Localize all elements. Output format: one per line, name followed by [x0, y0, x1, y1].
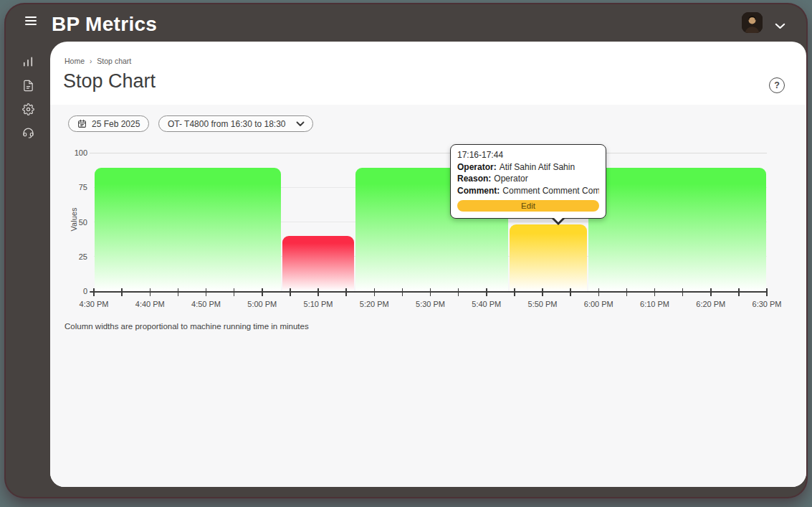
y-tick-label: 75 [50, 183, 87, 191]
chart-bar-stopped[interactable] [282, 236, 354, 291]
tooltip-comment-row: Comment:Comment Comment Comme... [457, 185, 599, 197]
y-tick-label: 25 [50, 252, 87, 261]
date-picker[interactable]: 25 Feb 2025 [68, 115, 149, 132]
user-menu-chevron[interactable] [775, 21, 785, 32]
chevron-down-icon [296, 121, 305, 127]
tooltip-operator-row: Operator:Atif Sahin Atif Sahin [457, 161, 599, 174]
breadcrumb: Home › Stop chart [65, 57, 131, 65]
tooltip-reason-row: Reason:Operator [457, 173, 599, 185]
sidebar-item-metrics[interactable] [20, 55, 36, 68]
x-axis-tick [402, 288, 403, 296]
avatar-image [742, 12, 763, 33]
x-axis-tick [178, 288, 179, 296]
chart-bar-operator-stop[interactable] [510, 224, 587, 291]
help-button[interactable]: ? [769, 77, 785, 93]
x-axis-tick [570, 288, 571, 296]
tooltip-arrow [551, 218, 565, 225]
x-axis-tick [93, 288, 95, 296]
x-axis-tick [317, 288, 319, 296]
x-tick-label: 4:40 PM [135, 300, 165, 308]
x-tick-label: 5:50 PM [528, 300, 558, 308]
x-axis-tick [206, 288, 207, 296]
breadcrumb-separator-icon: › [90, 57, 92, 65]
chart-plot [94, 153, 767, 291]
x-axis-tick [598, 288, 600, 296]
app-title: BP Metrics [52, 13, 157, 36]
x-axis-tick [290, 288, 291, 296]
x-axis-tick [121, 288, 123, 296]
chart-bar-running[interactable] [95, 168, 281, 291]
x-axis-tick [458, 288, 459, 296]
machine-select[interactable]: OT- T4800 from 16:30 to 18:30 [158, 115, 313, 132]
x-tick-label: 6:30 PM [753, 300, 782, 308]
x-tick-label: 5:10 PM [304, 300, 333, 308]
tooltip-time-range: 17:16-17:44 [457, 149, 599, 161]
x-tick-label: 5:20 PM [360, 300, 389, 308]
chart-footnote: Column widths are proportional to machin… [65, 322, 309, 331]
sidebar-item-settings[interactable] [20, 103, 36, 115]
gear-icon [22, 103, 34, 115]
calendar-icon [77, 119, 87, 128]
x-axis-tick [710, 288, 712, 296]
x-tick-label: 6:20 PM [696, 300, 725, 308]
y-tick-label: 0 [50, 287, 87, 295]
x-tick-label: 5:00 PM [247, 300, 277, 308]
x-axis-tick [234, 288, 235, 296]
gridline-100 [90, 153, 767, 153]
breadcrumb-current: Stop chart [97, 57, 131, 65]
y-tick-label: 50 [50, 218, 87, 227]
machine-select-value: OT- T4800 from 16:30 to 18:30 [168, 119, 286, 129]
x-axis-tick [626, 288, 628, 296]
x-axis-tick [374, 288, 376, 296]
x-axis [90, 291, 767, 293]
x-axis-tick [542, 288, 543, 296]
bar-chart-icon [22, 55, 34, 68]
x-axis-tick [682, 288, 684, 296]
x-axis-tick [150, 288, 151, 296]
stop-chart: Values 02550751004:30 PM4:40 PM4:50 PM5:… [50, 144, 806, 352]
sidebar-item-support[interactable] [20, 126, 36, 139]
x-axis-tick [345, 288, 347, 296]
x-tick-label: 4:30 PM [80, 300, 109, 308]
x-axis-tick [262, 288, 263, 296]
app-window: BP Metrics Home › Stop ch [6, 4, 806, 497]
content-card: Home › Stop chart Stop Chart ? 25 Feb 20… [50, 42, 806, 487]
x-axis-tick [430, 288, 431, 296]
x-tick-label: 5:40 PM [472, 300, 501, 308]
x-axis-tick [738, 288, 740, 296]
headset-icon [22, 127, 34, 139]
x-axis-tick [486, 288, 487, 296]
page-title: Stop Chart [63, 70, 156, 93]
chevron-down-icon [775, 23, 785, 29]
x-tick-label: 6:10 PM [640, 300, 669, 308]
sidebar [6, 42, 50, 497]
chart-bar-running[interactable] [588, 168, 766, 291]
sidebar-item-reports[interactable] [20, 79, 36, 92]
x-axis-tick [766, 288, 768, 296]
menu-button[interactable] [25, 16, 38, 27]
x-axis-tick [654, 288, 656, 296]
x-tick-label: 6:00 PM [584, 300, 613, 308]
bar-tooltip: 17:16-17:44 Operator:Atif Sahin Atif Sah… [450, 144, 606, 219]
menu-icon [25, 16, 37, 18]
x-tick-label: 4:50 PM [191, 300, 221, 308]
x-axis-tick [514, 288, 515, 296]
edit-button[interactable]: Edit [457, 200, 599, 212]
date-picker-value: 25 Feb 2025 [92, 119, 140, 129]
x-tick-label: 5:30 PM [416, 300, 445, 308]
help-icon: ? [774, 80, 780, 90]
user-avatar[interactable] [742, 12, 763, 33]
breadcrumb-home[interactable]: Home [65, 57, 85, 65]
document-icon [22, 80, 34, 92]
y-tick-label: 100 [50, 148, 87, 157]
chart-panel: 25 Feb 2025 OT- T4800 from 16:30 to 18:3… [50, 105, 806, 487]
